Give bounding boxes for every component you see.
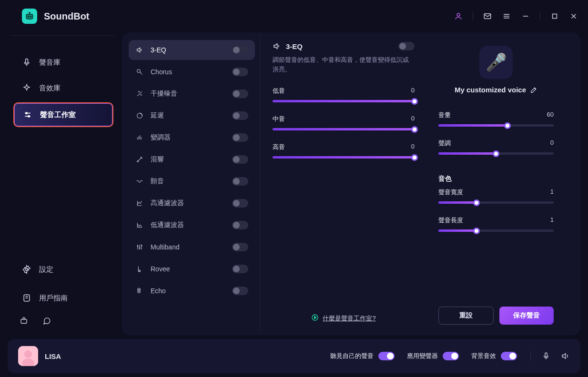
toolbox-icon[interactable] (19, 316, 29, 326)
length-slider[interactable] (438, 229, 554, 232)
sidebar-item-label: 聲音庫 (39, 58, 61, 67)
delay-icon (135, 112, 144, 119)
reset-button[interactable]: 重設 (438, 307, 494, 325)
slider-value: 0 (411, 87, 415, 95)
effect-toggle[interactable] (232, 287, 248, 295)
effect-toggle[interactable] (232, 265, 248, 273)
effect-toggle[interactable] (232, 89, 248, 98)
close-button[interactable] (569, 11, 578, 21)
svg-point-1 (28, 16, 29, 18)
tremolo-icon (135, 178, 144, 185)
effect-row[interactable]: 高通濾波器 (129, 193, 255, 213)
sidebar-item-label: 用戶指南 (39, 294, 68, 303)
sidebar-item-guide[interactable]: 用戶指南 (13, 287, 113, 309)
chorus-icon (135, 68, 144, 76)
book-icon (22, 293, 31, 303)
effect-row[interactable]: Chorus (129, 62, 255, 82)
eq-slider[interactable] (273, 156, 415, 159)
effect-row[interactable]: 顫音 (129, 171, 255, 191)
maximize-button[interactable] (550, 11, 559, 21)
noise-icon (135, 90, 144, 98)
footer-toggle-label: 聽見自己的聲音 (330, 352, 374, 360)
effect-toggle[interactable] (232, 46, 248, 54)
detail-toggle[interactable] (398, 42, 415, 50)
effect-row[interactable]: 3-EQ (129, 40, 255, 60)
effect-toggle[interactable] (232, 111, 248, 120)
divider (530, 351, 531, 361)
timbre-section-title: 音色 (438, 175, 554, 183)
effect-row[interactable]: 干擾噪音 (129, 84, 255, 104)
svg-point-44 (24, 350, 32, 358)
sidebar-item-sound-library[interactable]: 音效庫 (13, 77, 113, 99)
effect-toggle[interactable] (232, 68, 248, 76)
effect-row[interactable]: 低通濾波器 (129, 215, 255, 235)
svg-point-36 (139, 248, 140, 248)
effect-toggle[interactable] (232, 221, 248, 229)
effect-row[interactable]: Echo (129, 281, 255, 301)
width-value: 1 (550, 188, 554, 197)
effect-row[interactable]: 混響 (129, 149, 255, 169)
effect-row[interactable]: Multiband (129, 237, 255, 257)
effects-list[interactable]: 3-EQ Chorus 干擾噪音 延遲 變調器 混響 顫音 高通濾波器 低通濾波… (129, 39, 257, 320)
slider-label: 低音 (273, 87, 285, 95)
effect-label: 混響 (151, 155, 225, 164)
svg-point-24 (137, 69, 141, 73)
app-logo (22, 9, 37, 24)
svg-line-25 (140, 72, 142, 75)
effect-label: Multiband (151, 243, 225, 251)
echo-icon (135, 287, 144, 295)
effect-toggle[interactable] (232, 155, 248, 164)
svg-point-40 (138, 289, 140, 291)
speaker-icon (273, 42, 281, 50)
speaker-output-icon[interactable] (560, 351, 570, 361)
slider-label: 高音 (273, 143, 285, 151)
minimize-button[interactable] (521, 11, 530, 21)
volume-slider[interactable] (438, 124, 554, 127)
sidebar-item-voice-studio[interactable]: 聲音工作室 (13, 102, 113, 127)
effect-label: Echo (151, 287, 225, 295)
reverb-icon (135, 156, 144, 163)
svg-rect-0 (26, 14, 32, 19)
chat-icon[interactable] (42, 316, 51, 326)
username: LISA (45, 352, 61, 360)
effect-toggle[interactable] (232, 177, 248, 186)
svg-rect-46 (545, 353, 547, 357)
detail-description: 調節聲音的低音、中音和高音，使聲音變得低沉或洪亮。 (273, 55, 415, 74)
length-value: 1 (550, 216, 554, 225)
effect-toggle[interactable] (232, 133, 248, 142)
sparkle-icon (22, 83, 31, 93)
svg-point-4 (29, 12, 30, 13)
effect-row[interactable]: 變調器 (129, 128, 255, 148)
footer-toggle[interactable] (443, 352, 459, 360)
edit-icon[interactable] (530, 86, 537, 94)
sidebar-item-settings[interactable]: 設定 (13, 258, 113, 281)
gear-icon (22, 265, 31, 274)
effect-label: Chorus (151, 68, 225, 76)
lpf-icon (135, 221, 144, 229)
sidebar-item-voice-library[interactable]: 聲音庫 (13, 51, 113, 74)
mail-icon[interactable] (483, 11, 492, 21)
app-name: SoundBot (44, 11, 90, 22)
save-voice-button[interactable]: 保存聲音 (499, 307, 554, 325)
menu-icon[interactable] (502, 11, 511, 21)
voice-avatar: 🎤 (479, 46, 513, 79)
account-icon[interactable] (454, 11, 463, 21)
mic-icon[interactable] (541, 351, 551, 361)
effect-row[interactable]: Rovee (129, 259, 255, 279)
effect-label: 干擾噪音 (151, 89, 225, 98)
eq-slider[interactable] (273, 128, 415, 130)
help-link[interactable]: 什麼是聲音工作室? (323, 314, 375, 323)
slider-label: 中音 (273, 115, 285, 123)
footer-toggle[interactable] (501, 352, 517, 360)
footer-toggle[interactable] (378, 352, 395, 360)
effect-label: 延遲 (151, 111, 225, 120)
eq-slider[interactable] (273, 100, 415, 102)
width-slider[interactable] (438, 201, 554, 204)
svg-rect-11 (553, 14, 557, 19)
pitch-slider[interactable] (438, 152, 554, 155)
user-avatar[interactable] (18, 346, 38, 366)
effect-toggle[interactable] (232, 243, 248, 251)
effect-row[interactable]: 延遲 (129, 106, 255, 126)
effect-toggle[interactable] (232, 199, 248, 208)
length-label: 聲音長度 (438, 216, 463, 225)
